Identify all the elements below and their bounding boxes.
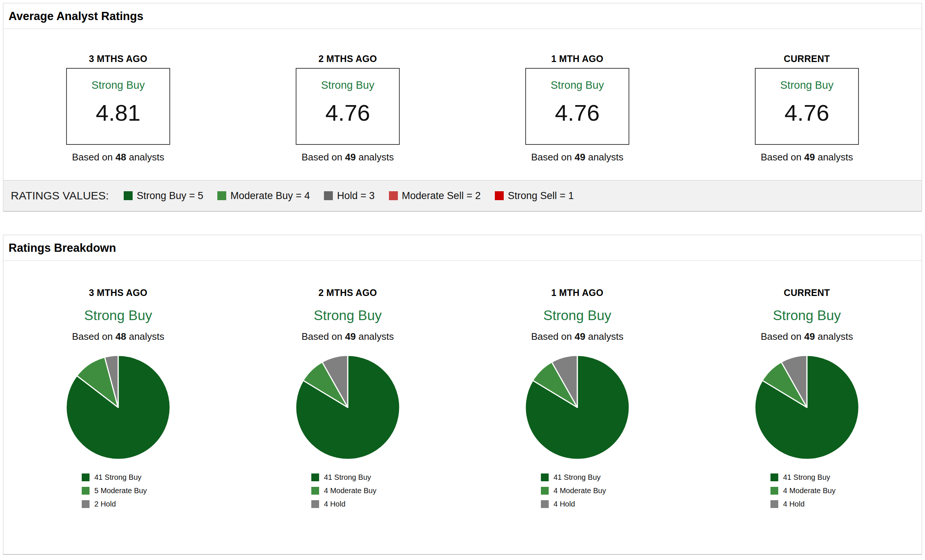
panel-header: Average Analyst Ratings: [3, 3, 922, 29]
consensus-rating: Strong Buy: [551, 79, 604, 91]
legend-swatch: [217, 191, 226, 200]
average-ratings-row: 3 MTHS AGO Strong Buy 4.81 Based on 48 a…: [3, 29, 922, 180]
analyst-count: 49: [345, 152, 356, 163]
based-on-prefix: Based on: [302, 331, 342, 342]
based-on-analysts: Based on 49 analysts: [761, 331, 853, 342]
based-on-prefix: Based on: [761, 331, 801, 342]
legend-item-strong-buy: Strong Buy = 5: [124, 190, 203, 202]
legend-item-moderate-buy: Moderate Buy = 4: [217, 190, 310, 202]
period-label: 1 MTH AGO: [551, 288, 604, 298]
legend-swatch: [770, 473, 778, 481]
avg-column-2mths: 2 MTHS AGO Strong Buy 4.76 Based on 49 a…: [233, 53, 462, 163]
score-box: Strong Buy 4.76: [525, 68, 629, 145]
analyst-count: 49: [345, 331, 356, 342]
consensus-rating: Strong Buy: [84, 308, 152, 324]
based-on-prefix: Based on: [531, 331, 572, 342]
pie-legend-row: 41 Strong Buy: [311, 473, 384, 482]
consensus-rating: Strong Buy: [91, 79, 145, 91]
consensus-rating: Strong Buy: [773, 308, 841, 324]
legend-text: Strong Buy = 5: [137, 190, 203, 202]
based-on-prefix: Based on: [72, 331, 113, 342]
based-on-analysts: Based on 49 analysts: [302, 152, 394, 163]
legend-text: 4 Hold: [553, 500, 575, 508]
legend-item-strong-sell: Strong Sell = 1: [495, 190, 574, 202]
analyst-count: 48: [116, 152, 126, 163]
based-on-suffix: analysts: [129, 152, 164, 163]
based-on-prefix: Based on: [72, 152, 113, 163]
pie-chart-wrap: [64, 354, 172, 463]
pie-legend-row: 41 Strong Buy: [82, 473, 155, 482]
panel-gap: [3, 212, 922, 235]
based-on-analysts: Based on 49 analysts: [302, 331, 394, 342]
pie-legend-row: 4 Hold: [311, 500, 384, 508]
pie-legend: 41 Strong Buy 4 Moderate Buy 4 Hold: [311, 473, 384, 513]
breakdown-column-1mth: 1 MTH AGO Strong Buy Based on 49 analyst…: [462, 288, 692, 513]
pie-legend-row: 41 Strong Buy: [770, 473, 843, 482]
consensus-rating: Strong Buy: [780, 79, 833, 91]
panel-header: Ratings Breakdown: [3, 235, 922, 261]
consensus-rating: Strong Buy: [543, 308, 611, 324]
legend-text: 2 Hold: [94, 500, 116, 508]
pie-legend-row: 4 Hold: [541, 500, 614, 508]
legend-text: 41 Strong Buy: [324, 473, 371, 482]
legend-swatch: [82, 500, 89, 508]
pie-chart: [64, 354, 172, 461]
period-label: 1 MTH AGO: [551, 53, 604, 64]
legend-text: 4 Moderate Buy: [553, 486, 606, 495]
score-box: Strong Buy 4.81: [66, 68, 170, 145]
analyst-count: 48: [116, 331, 126, 342]
score-box: Strong Buy 4.76: [755, 68, 859, 145]
avg-column-current: CURRENT Strong Buy 4.76 Based on 49 anal…: [692, 53, 922, 163]
legend-item-moderate-sell: Moderate Sell = 2: [389, 190, 481, 202]
based-on-suffix: analysts: [818, 331, 853, 342]
legend-text: 41 Strong Buy: [553, 473, 601, 482]
score-box: Strong Buy 4.76: [296, 68, 400, 145]
legend-swatch: [311, 473, 319, 481]
pie-legend-row: 4 Moderate Buy: [311, 486, 384, 495]
period-label: 2 MTHS AGO: [318, 288, 377, 298]
pie-chart-wrap: [753, 354, 861, 463]
avg-column-3mths: 3 MTHS AGO Strong Buy 4.81 Based on 48 a…: [3, 53, 233, 163]
based-on-analysts: Based on 48 analysts: [72, 152, 164, 163]
legend-item-hold: Hold = 3: [324, 190, 374, 202]
legend-text: 4 Moderate Buy: [783, 486, 836, 495]
ratings-values-items: Strong Buy = 5 Moderate Buy = 4 Hold = 3…: [124, 190, 574, 202]
legend-text: 4 Hold: [324, 500, 345, 508]
legend-swatch: [82, 487, 89, 495]
ratings-values-label: RATINGS VALUES:: [11, 190, 109, 202]
avg-column-1mth: 1 MTH AGO Strong Buy 4.76 Based on 49 an…: [462, 53, 692, 163]
legend-text: Moderate Sell = 2: [402, 190, 481, 202]
based-on-suffix: analysts: [129, 331, 164, 342]
period-label: 2 MTHS AGO: [318, 53, 377, 64]
legend-swatch: [541, 500, 549, 508]
average-score: 4.81: [96, 99, 141, 126]
based-on-suffix: analysts: [588, 152, 623, 163]
ratings-breakdown-row: 3 MTHS AGO Strong Buy Based on 48 analys…: [3, 261, 922, 513]
legend-swatch: [541, 473, 549, 481]
legend-swatch: [541, 487, 549, 495]
legend-text: Strong Sell = 1: [508, 190, 574, 202]
pie-legend: 41 Strong Buy 4 Moderate Buy 4 Hold: [770, 473, 843, 513]
based-on-prefix: Based on: [302, 152, 342, 163]
breakdown-column-3mths: 3 MTHS AGO Strong Buy Based on 48 analys…: [3, 288, 233, 513]
legend-swatch: [311, 500, 319, 508]
average-analyst-ratings-panel: Average Analyst Ratings 3 MTHS AGO Stron…: [3, 3, 922, 212]
pie-legend-row: 4 Moderate Buy: [541, 486, 614, 495]
legend-swatch: [82, 473, 89, 481]
based-on-analysts: Based on 49 analysts: [531, 331, 624, 342]
average-score: 4.76: [555, 99, 600, 126]
legend-text: 5 Moderate Buy: [94, 486, 147, 495]
period-label: CURRENT: [784, 53, 830, 64]
analyst-count: 49: [804, 331, 815, 342]
pie-legend-row: 5 Moderate Buy: [82, 486, 155, 495]
pie-legend-row: 4 Moderate Buy: [770, 486, 843, 495]
panel-title: Ratings Breakdown: [9, 241, 916, 255]
average-score: 4.76: [325, 99, 371, 126]
pie-legend-row: 4 Hold: [770, 500, 843, 508]
pie-chart: [753, 354, 861, 461]
legend-swatch: [124, 191, 133, 200]
pie-legend-row: 41 Strong Buy: [541, 473, 614, 482]
pie-chart-wrap: [294, 354, 402, 463]
consensus-rating: Strong Buy: [313, 308, 381, 324]
based-on-prefix: Based on: [531, 152, 572, 163]
